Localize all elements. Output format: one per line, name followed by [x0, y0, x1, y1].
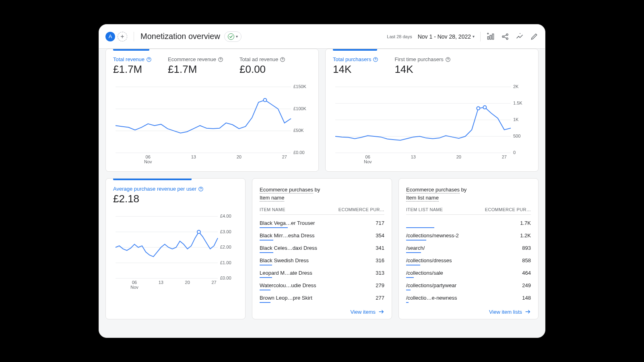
view-items-link[interactable]: View items	[252, 304, 392, 319]
row-name: /search/	[406, 245, 425, 251]
table-row[interactable]: /collections/sale464	[406, 267, 531, 277]
date-range-picker[interactable]: Nov 1 - Nov 28, 2022 ▾	[418, 33, 475, 40]
metric-label: First time purchasers	[394, 56, 450, 62]
table-row[interactable]: Black Swedish Dress316	[260, 255, 384, 265]
table-row[interactable]: Watercolou…udie Dress279	[260, 280, 384, 290]
row-value: 893	[522, 245, 531, 251]
row-bar	[260, 227, 288, 228]
metric-tab[interactable]: First time purchasers14K	[394, 56, 450, 76]
customize-report-icon[interactable]	[486, 32, 495, 41]
item-purchases-card: Ecommerce purchases by Item name ITEM NA…	[252, 178, 392, 319]
revenue-card: Total revenue£1.7MEcommerce revenue£1.7M…	[105, 49, 319, 172]
col-item-list-name: ITEM LIST NAME	[406, 207, 443, 212]
content-area: Total revenue£1.7MEcommerce revenue£1.7M…	[99, 49, 545, 337]
help-icon[interactable]	[146, 57, 152, 62]
table-row[interactable]: Black Celes…daxi Dress341	[260, 242, 384, 252]
view-items-label: View items	[350, 309, 376, 315]
svg-text:13: 13	[411, 154, 416, 159]
active-tab-indicator	[333, 49, 377, 51]
row-value: 858	[522, 257, 531, 263]
row-value: 148	[522, 295, 531, 301]
date-range-label: Last 28 days	[387, 34, 412, 39]
add-account-button[interactable]: +	[118, 32, 127, 41]
help-icon[interactable]	[373, 57, 378, 62]
help-icon[interactable]	[280, 57, 285, 62]
arrow-right-icon	[524, 309, 531, 315]
table-row[interactable]: Black Vega…er Trouser717	[260, 217, 384, 227]
svg-text:£0.00: £0.00	[220, 276, 231, 280]
row-name: Black Mirr…esha Dress	[260, 232, 315, 239]
purchasers-chart: 05001K1.5K2K06Nov132027	[333, 83, 531, 167]
table-row[interactable]: /collectio…e-newness148	[406, 292, 531, 302]
active-tab-indicator	[113, 49, 149, 51]
help-icon[interactable]	[198, 186, 204, 192]
metric-tab[interactable]: Total ad revenue£0.00	[239, 56, 285, 76]
svg-point-9	[221, 60, 221, 61]
table-row[interactable]: /collections/newness-21.2K	[406, 230, 531, 240]
edit-icon[interactable]	[530, 32, 539, 41]
svg-text:20: 20	[456, 154, 461, 159]
table-row[interactable]: Leopard M…ate Dress313	[260, 267, 384, 277]
svg-text:£3.00: £3.00	[220, 229, 231, 234]
account-avatar[interactable]: A	[105, 32, 115, 41]
metric-value: £0.00	[239, 63, 285, 76]
row-value: 1.2K	[520, 232, 531, 239]
purchasers-card: Total purchasers14KFirst time purchasers…	[325, 49, 539, 172]
table-title-prefix: Ecommerce purchases	[260, 187, 313, 193]
row-name: /collections/partywear	[406, 282, 456, 288]
table-row[interactable]: Brown Leop…pre Skirt277	[260, 292, 384, 302]
help-icon[interactable]	[445, 57, 451, 62]
table-title-dimension[interactable]: Item name	[260, 195, 284, 202]
table-row[interactable]: /collections/partywear249	[406, 280, 531, 290]
table-row[interactable]: Black Mirr…esha Dress354	[260, 230, 384, 240]
row-value: 1.7K	[520, 220, 531, 226]
svg-point-29	[448, 60, 448, 61]
row-bar	[406, 290, 411, 290]
row-name: /collections/newness-2	[406, 232, 459, 239]
help-icon[interactable]	[218, 57, 223, 62]
date-range-text: Nov 1 - Nov 28, 2022	[418, 33, 471, 40]
table-title-by: by	[315, 187, 320, 193]
view-item-lists-link[interactable]: View item lists	[399, 304, 538, 319]
table-row[interactable]: 1.7K	[406, 217, 531, 227]
metric-tab[interactable]: Total revenue£1.7M	[113, 56, 152, 76]
row-bar	[406, 252, 421, 253]
metric-value: 14K	[333, 63, 378, 76]
row-value: 464	[522, 270, 531, 276]
row-name: Black Swedish Dress	[260, 257, 309, 263]
row-name: Brown Leop…pre Skirt	[260, 295, 312, 301]
row-bar	[406, 227, 434, 228]
svg-text:13: 13	[159, 280, 163, 285]
row-bar	[260, 265, 272, 265]
status-pill[interactable]: ▾	[224, 31, 242, 42]
item-list-purchases-card: Ecommerce purchases by Item list name IT…	[398, 178, 539, 319]
row-name: Black Vega…er Trouser	[260, 220, 315, 226]
svg-rect-2	[492, 34, 493, 39]
row-name: /collections/sale	[406, 270, 443, 276]
svg-text:1K: 1K	[513, 117, 519, 122]
svg-text:27: 27	[502, 154, 507, 159]
metric-tab[interactable]: Total purchasers14K	[333, 56, 378, 76]
arpu-chart: £0.00£1.00£2.00£3.00£4.0006Nov132027	[113, 212, 238, 293]
svg-text:1.5K: 1.5K	[513, 101, 522, 105]
svg-point-11	[283, 60, 283, 61]
row-bar	[406, 265, 420, 265]
share-icon[interactable]	[501, 32, 510, 41]
table-row[interactable]: /collections/dresses858	[406, 255, 531, 265]
table-title-dimension[interactable]: Item list name	[406, 195, 439, 202]
metric-value: 14K	[394, 63, 450, 76]
chevron-down-icon: ▾	[236, 34, 238, 39]
metric-tab[interactable]: Average purchase revenue per user£2.18	[113, 186, 204, 205]
svg-text:£100K: £100K	[293, 106, 306, 111]
svg-text:Nov: Nov	[130, 285, 138, 290]
metric-value: £1.7M	[168, 63, 223, 76]
svg-rect-1	[490, 35, 491, 39]
row-value: 249	[522, 282, 531, 288]
table-title: Ecommerce purchases by Item list name	[406, 186, 531, 202]
svg-point-46	[483, 106, 486, 109]
table-row[interactable]: /search/893	[406, 242, 531, 252]
insights-icon[interactable]	[515, 32, 524, 41]
metric-tab[interactable]: Ecommerce revenue£1.7M	[168, 56, 223, 76]
svg-text:500: 500	[513, 134, 520, 138]
col-item-name: ITEM NAME	[260, 207, 285, 212]
